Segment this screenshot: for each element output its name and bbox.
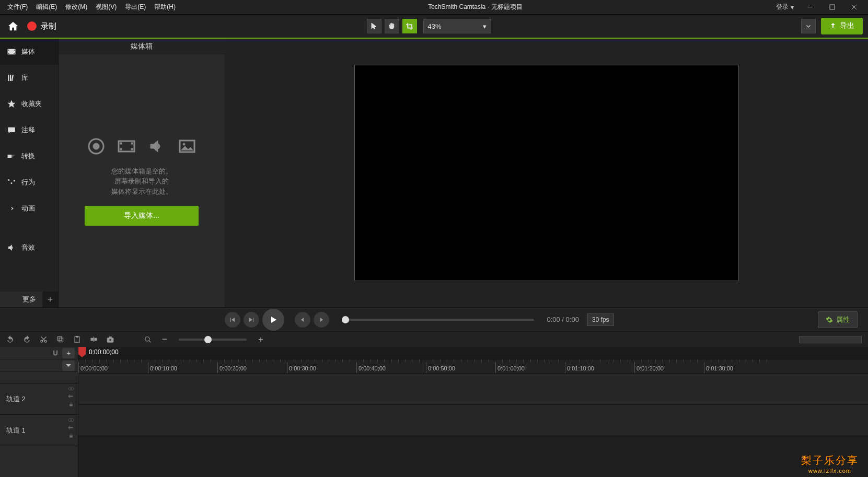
login-dropdown[interactable]: 登录▾ (771, 1, 799, 14)
zoom-thumb[interactable] (204, 336, 212, 343)
tab-behaviors[interactable]: 行为 (0, 169, 58, 195)
minimize-button[interactable] (799, 0, 821, 15)
tab-transitions[interactable]: 转换 (0, 143, 58, 169)
prev-frame-button[interactable] (295, 312, 310, 328)
timeline-body[interactable]: 0:00:00;00 0:00:00;000:00:10;000:00:20;0… (78, 347, 868, 477)
svg-point-38 (145, 336, 149, 341)
paste-button[interactable] (71, 334, 83, 345)
cut-button[interactable] (38, 334, 49, 345)
home-button[interactable] (5, 18, 21, 34)
next-frame-button[interactable] (314, 312, 329, 328)
tab-favorites[interactable]: 收藏夹 (0, 91, 58, 117)
tab-annotations[interactable]: 注释 (0, 117, 58, 143)
playhead-time: 0:00:00;00 (89, 348, 119, 356)
menu-edit[interactable]: 编辑(E) (32, 1, 61, 14)
zoom-out-button[interactable]: − (159, 334, 170, 345)
record-icon (27, 21, 37, 31)
track-2-row[interactable] (78, 374, 868, 405)
panel-title: 媒体箱 (59, 39, 225, 54)
timeline: + 轨道 2 轨道 1 0:00:00;00 (0, 347, 868, 477)
download-button[interactable] (801, 19, 816, 33)
svg-rect-1 (830, 5, 835, 9)
seek-thumb[interactable] (342, 316, 349, 323)
svg-rect-22 (120, 148, 122, 150)
tab-media[interactable]: 媒体 (0, 39, 58, 65)
seek-slider[interactable] (342, 319, 534, 321)
collapse-tracks-button[interactable] (62, 360, 75, 371)
close-button[interactable] (843, 0, 865, 15)
redo-button[interactable] (21, 334, 32, 345)
zoom-in-button[interactable]: + (255, 334, 267, 345)
copy-button[interactable] (54, 334, 66, 345)
canvas-area (225, 39, 868, 307)
svg-rect-12 (8, 127, 15, 132)
svg-point-41 (71, 388, 72, 389)
svg-rect-7 (14, 50, 15, 51)
image-icon (177, 136, 198, 157)
svg-rect-13 (8, 155, 12, 158)
visibility-icon[interactable] (67, 417, 75, 423)
reverse-icon[interactable] (67, 393, 75, 400)
menu-help[interactable]: 帮助(H) (150, 1, 180, 14)
snapshot-button[interactable] (105, 334, 116, 345)
svg-point-44 (71, 420, 72, 421)
properties-button[interactable]: 属性 (818, 311, 858, 328)
svg-rect-8 (14, 53, 15, 54)
svg-rect-20 (120, 143, 122, 144)
video-icon (116, 136, 137, 157)
tab-library[interactable]: 库 (0, 65, 58, 91)
maximize-button[interactable] (821, 0, 843, 15)
toolbar: 录制 43%▾ 导出 (0, 15, 868, 39)
svg-rect-29 (59, 338, 63, 342)
prev-clip-button[interactable] (225, 312, 240, 328)
svg-rect-30 (75, 337, 79, 343)
lock-icon[interactable] (67, 433, 75, 439)
svg-rect-5 (8, 50, 9, 51)
svg-rect-42 (70, 404, 73, 406)
undo-button[interactable] (4, 334, 16, 345)
canvas[interactable] (354, 65, 739, 281)
tab-audio[interactable]: 音效 (0, 235, 58, 261)
record-button[interactable]: 录制 (27, 21, 56, 31)
menu-export[interactable]: 导出(E) (121, 1, 150, 14)
track-2-header[interactable]: 轨道 2 (0, 383, 78, 415)
svg-rect-21 (131, 143, 133, 144)
add-track-button[interactable]: + (62, 348, 75, 358)
magnet-icon[interactable] (52, 350, 59, 357)
play-button[interactable] (262, 309, 284, 331)
import-media-button[interactable]: 导入媒体... (85, 206, 199, 226)
pointer-tool[interactable] (367, 19, 381, 33)
menu-file[interactable]: 文件(F) (3, 1, 32, 14)
tab-more[interactable]: 更多+ (0, 292, 58, 307)
crop-tool[interactable] (402, 19, 417, 33)
split-button[interactable] (88, 334, 99, 345)
svg-point-18 (93, 143, 99, 149)
track-1-row[interactable] (78, 405, 868, 436)
playhead-marker[interactable] (78, 347, 86, 357)
playhead[interactable]: 0:00:00;00 (78, 347, 119, 357)
menu-modify[interactable]: 修改(M) (61, 1, 91, 14)
zoom-select[interactable]: 43%▾ (423, 19, 491, 33)
empty-text: 您的媒体箱是空的。 屏幕录制和导入的 媒体将显示在此处。 (111, 166, 172, 197)
lock-icon[interactable] (67, 401, 75, 408)
track-1-header[interactable]: 轨道 1 (0, 415, 78, 446)
add-tab-button[interactable]: + (42, 292, 58, 307)
visibility-icon[interactable] (67, 386, 75, 392)
svg-rect-37 (109, 336, 111, 338)
timeline-overview[interactable] (799, 336, 862, 343)
pan-tool[interactable] (385, 19, 399, 33)
tab-animation[interactable]: 动画 (0, 195, 58, 222)
fps-display[interactable]: 30 fps (587, 313, 614, 326)
empty-icons (86, 136, 198, 157)
menu-view[interactable]: 视图(V) (91, 1, 121, 14)
timeline-ruler[interactable]: 0:00:00;000:00:10;000:00:20;000:00:30;00… (78, 362, 868, 374)
export-button[interactable]: 导出 (821, 18, 863, 34)
timeline-tools: − + (0, 331, 868, 347)
svg-rect-10 (10, 75, 11, 81)
reverse-icon[interactable] (67, 425, 75, 431)
next-clip-button[interactable] (244, 312, 259, 328)
timeline-zoom-slider[interactable] (179, 339, 247, 341)
audio-icon (146, 136, 167, 157)
time-display: 0:00 / 0:00 (547, 316, 578, 323)
window-title: TechSmith Camtasia - 无标题项目 (180, 3, 771, 11)
